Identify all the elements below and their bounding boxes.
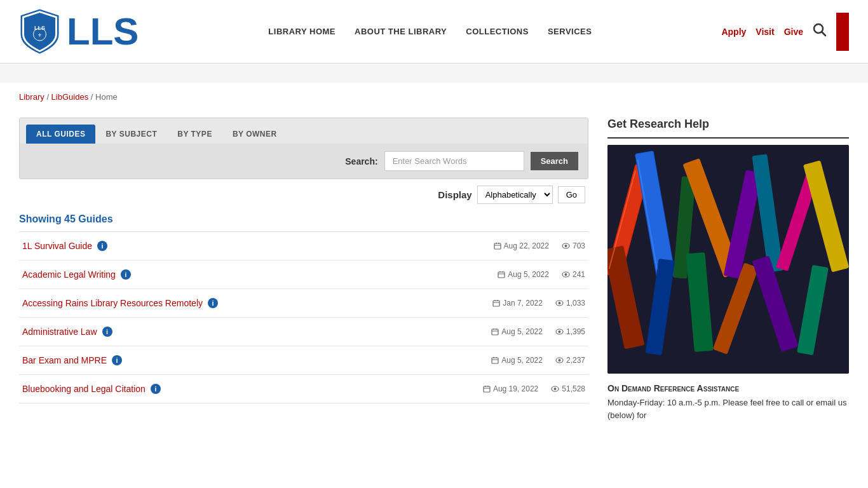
guide-item-right: Jan 7, 2022 1,033	[492, 299, 585, 308]
table-row: Bar Exam and MPRE i Aug 5, 2022 2,237	[19, 346, 588, 375]
main-content: ALL GUIDES BY SUBJECT BY TYPE BY OWNER S…	[0, 111, 868, 440]
info-icon[interactable]: i	[208, 298, 218, 308]
svg-point-28	[558, 330, 560, 333]
guide-item-right: Aug 5, 2022 1,395	[491, 327, 585, 336]
breadcrumb-sep-1: /	[46, 92, 51, 102]
nav-about-library[interactable]: ABOUT THE LIBRARY	[355, 27, 447, 36]
svg-rect-5	[494, 243, 501, 249]
info-icon[interactable]: i	[102, 327, 112, 337]
visit-link[interactable]: Visit	[756, 27, 774, 37]
tab-all-guides[interactable]: ALL GUIDES	[26, 125, 95, 144]
display-row: Display Alphabetically By Date By Views …	[19, 179, 588, 210]
svg-text:⚜: ⚜	[37, 32, 42, 38]
eye-icon	[562, 271, 570, 278]
svg-line-4	[822, 32, 826, 36]
info-icon[interactable]: i	[112, 355, 122, 365]
search-label: Search:	[345, 156, 377, 166]
calendar-icon	[491, 328, 499, 336]
main-nav: LIBRARY HOME ABOUT THE LIBRARY COLLECTIO…	[268, 27, 592, 36]
guide-item-left: Bar Exam and MPRE i	[22, 355, 122, 365]
calendar-icon	[492, 299, 500, 307]
svg-rect-17	[493, 301, 499, 306]
books-image	[607, 145, 849, 374]
guide-item-left: Administrative Law i	[22, 327, 112, 337]
search-input[interactable]	[384, 151, 524, 171]
guide-views: 51,528	[551, 384, 585, 393]
eye-icon	[555, 357, 564, 363]
red-bar-accent	[836, 13, 849, 51]
guides-count: Showing 45 Guides	[19, 210, 588, 231]
eye-icon	[555, 329, 564, 335]
tab-by-subject[interactable]: BY SUBJECT	[95, 125, 167, 144]
calendar-icon	[491, 356, 499, 364]
guide-list: 1L Survival Guide i Aug 22, 2022 703	[19, 231, 588, 403]
guide-date: Aug 5, 2022	[491, 356, 543, 365]
guide-item-right: Aug 5, 2022 241	[498, 270, 585, 279]
guide-link[interactable]: 1L Survival Guide	[22, 241, 92, 251]
guide-item-left: Academic Legal Writing i	[22, 269, 131, 280]
right-sidebar: Get Research Help	[607, 118, 849, 421]
svg-point-40	[554, 388, 557, 390]
info-icon[interactable]: i	[97, 241, 107, 251]
breadcrumb-sep-2: /	[91, 92, 95, 102]
on-demand-section: On Demand Reference Assistance Monday-Fr…	[607, 383, 849, 421]
svg-point-34	[558, 359, 560, 362]
go-button[interactable]: Go	[558, 186, 585, 203]
logo-area[interactable]: LLS ⚜ LLS	[19, 8, 139, 55]
guide-link[interactable]: Academic Legal Writing	[22, 269, 116, 280]
tabs-bar: ALL GUIDES BY SUBJECT BY TYPE BY OWNER	[20, 118, 588, 144]
guide-views: 1,395	[555, 327, 585, 336]
search-bar: Search: Search	[20, 144, 588, 179]
svg-rect-23	[492, 329, 498, 335]
guide-link[interactable]: Accessing Rains Library Resources Remote…	[22, 298, 203, 308]
search-icon	[813, 23, 827, 37]
eye-icon	[551, 386, 559, 392]
guide-date: Aug 5, 2022	[491, 327, 543, 336]
give-link[interactable]: Give	[784, 27, 803, 37]
table-row: Administrative Law i Aug 5, 2022 1,395	[19, 318, 588, 346]
site-header: LLS ⚜ LLS LIBRARY HOME ABOUT THE LIBRARY…	[0, 0, 868, 64]
breadcrumb: Library / LibGuides / Home	[0, 83, 868, 111]
guide-link[interactable]: Bluebooking and Legal Citation	[22, 384, 146, 394]
guide-date: Aug 22, 2022	[494, 241, 549, 250]
on-demand-text: Monday-Friday: 10 a.m.-5 p.m. Please fee…	[607, 396, 849, 421]
eye-icon	[562, 243, 570, 249]
header-right: Apply Visit Give	[721, 13, 849, 51]
nav-library-home[interactable]: LIBRARY HOME	[268, 27, 336, 36]
info-icon[interactable]: i	[121, 269, 131, 280]
svg-rect-11	[498, 272, 505, 278]
table-row: 1L Survival Guide i Aug 22, 2022 703	[19, 232, 588, 261]
search-button[interactable]: Search	[531, 152, 578, 170]
table-row: Bluebooking and Legal Citation i Aug 19,…	[19, 375, 588, 403]
shield-logo: LLS ⚜	[19, 8, 60, 55]
guide-views: 241	[562, 270, 585, 279]
guide-views: 703	[562, 241, 585, 250]
breadcrumb-library[interactable]: Library	[19, 92, 44, 102]
display-select[interactable]: Alphabetically By Date By Views	[477, 186, 553, 204]
tab-by-type[interactable]: BY TYPE	[167, 125, 222, 144]
search-icon-button[interactable]	[813, 23, 827, 40]
svg-rect-35	[484, 386, 490, 392]
books-illustration	[607, 145, 849, 374]
apply-link[interactable]: Apply	[721, 27, 746, 37]
guide-views: 2,237	[555, 356, 585, 365]
left-content: ALL GUIDES BY SUBJECT BY TYPE BY OWNER S…	[19, 118, 588, 421]
guide-link[interactable]: Bar Exam and MPRE	[22, 355, 107, 365]
svg-point-10	[564, 245, 567, 247]
nav-services[interactable]: SERVICES	[548, 27, 592, 36]
eye-icon	[555, 300, 564, 306]
breadcrumb-libguides[interactable]: LibGuides	[51, 92, 89, 102]
nav-collections[interactable]: COLLECTIONS	[466, 27, 529, 36]
display-label: Display	[438, 189, 471, 200]
calendar-icon	[494, 242, 501, 250]
svg-rect-29	[492, 358, 498, 363]
info-icon[interactable]: i	[151, 384, 161, 394]
sidebar-title: Get Research Help	[607, 118, 849, 139]
guide-date: Aug 19, 2022	[483, 384, 538, 393]
guide-views: 1,033	[555, 299, 585, 308]
guide-link[interactable]: Administrative Law	[22, 327, 97, 337]
guide-date: Jan 7, 2022	[492, 299, 543, 308]
guide-item-right: Aug 19, 2022 51,528	[483, 384, 585, 393]
tab-by-owner[interactable]: BY OWNER	[222, 125, 287, 144]
sub-header	[0, 64, 868, 83]
